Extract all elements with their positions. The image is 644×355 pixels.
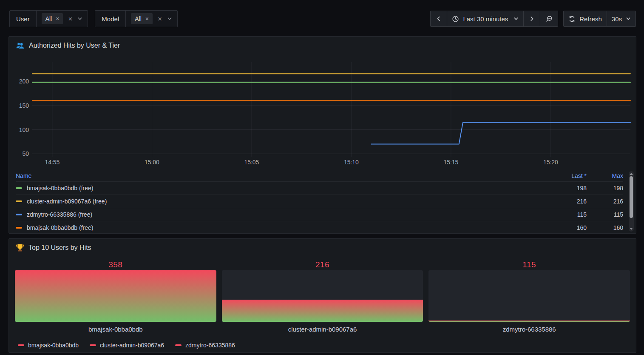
svg-text:150: 150 (19, 102, 29, 109)
chevron-down-icon[interactable] (167, 16, 172, 21)
grid (32, 62, 630, 157)
svg-text:15:15: 15:15 (443, 159, 458, 166)
svg-text:15:10: 15:10 (344, 159, 359, 166)
clear-filter-icon[interactable]: × (68, 15, 72, 23)
legend-scrollbar[interactable] (629, 171, 634, 232)
panel-authorized-hits: Authorized Hits by User & Tier 501001502… (9, 36, 636, 234)
series-color-dash (16, 227, 22, 229)
series-color-dash (90, 344, 96, 346)
svg-text:50: 50 (22, 150, 29, 157)
filter-model-value[interactable]: All × × (126, 11, 177, 27)
chevron-down-icon[interactable] (77, 16, 82, 21)
legend-max-value: 160 (587, 224, 623, 231)
bar-fill (222, 300, 423, 322)
bar-track (15, 270, 216, 322)
legend-series-toggle[interactable]: zdmytro-66335886 (free) (16, 211, 539, 218)
bar-column: 358bmajsak-0bba0bdb (15, 260, 216, 333)
bar-legend-item[interactable]: zdmytro-66335886 (175, 342, 235, 349)
scroll-down-icon[interactable] (630, 228, 633, 230)
filter-model-pill[interactable]: All × (131, 13, 153, 24)
time-range-button[interactable]: Last 30 minutes (447, 11, 524, 27)
bar-category-label: cluster-admin-b09067a6 (222, 326, 423, 333)
legend-max-value: 216 (587, 198, 623, 205)
legend-header-row: Name Last * Max (16, 170, 623, 181)
legend-col-last[interactable]: Last * (539, 172, 587, 179)
legend-last-value: 216 (539, 198, 587, 205)
bar-column: 216cluster-admin-b09067a6 (222, 260, 423, 333)
trophy-icon (16, 243, 24, 252)
legend-row: bmajsak-0bba0bdb (free)160160 (16, 221, 623, 234)
legend-last-value: 115 (539, 211, 587, 218)
legend-table: Name Last * Max bmajsak-0bba0bdb (free)1… (16, 170, 623, 234)
y-axis-labels: 50100150200 (19, 78, 29, 157)
chevron-down-icon (626, 16, 631, 21)
refresh-icon (568, 15, 576, 23)
time-controls: Last 30 minutes Refresh 30s (430, 11, 636, 27)
bar-gauge: 358bmajsak-0bba0bdb216cluster-admin-b090… (15, 260, 630, 333)
bar-track (428, 270, 630, 322)
bar-legend-label: bmajsak-0bba0bdb (28, 342, 79, 349)
legend-last-value: 160 (539, 224, 587, 231)
chevron-down-icon (513, 16, 519, 21)
filter-user-pill-text: All (45, 15, 52, 22)
filter-model-pill-text: All (135, 15, 142, 22)
time-shift-back-button[interactable] (430, 11, 447, 27)
legend-series-toggle[interactable]: bmajsak-0bba0bdb (free) (16, 224, 539, 231)
filter-model[interactable]: Model All × × (95, 10, 178, 27)
legend-series-toggle[interactable]: cluster-admin-b09067a6 (free) (16, 198, 539, 205)
panel1-title: Authorized Hits by User & Tier (29, 42, 120, 49)
svg-text:15:05: 15:05 (244, 159, 259, 166)
panel-top-users: Top 10 Users by Hits 358bmajsak-0bba0bdb… (9, 238, 636, 353)
legend-series-name: cluster-admin-b09067a6 (free) (27, 198, 107, 205)
variable-filters: User All × × Model All × × (9, 10, 178, 27)
series-color-dash (16, 200, 22, 202)
svg-text:200: 200 (19, 78, 29, 85)
panel1-header[interactable]: Authorized Hits by User & Tier (9, 37, 636, 50)
legend-series-name: bmajsak-0bba0bdb (free) (27, 224, 93, 231)
bar-track (222, 270, 423, 322)
panel2-header[interactable]: Top 10 Users by Hits (9, 239, 636, 252)
bar-category-label: bmajsak-0bba0bdb (15, 326, 216, 333)
filter-user-pill[interactable]: All × (42, 13, 63, 24)
clock-icon (452, 15, 459, 23)
legend-col-name[interactable]: Name (16, 172, 539, 179)
timeseries-chart[interactable]: 5010015020014:5515:0015:0515:1015:1515:2… (9, 57, 635, 167)
remove-value-icon[interactable]: × (56, 16, 59, 22)
filter-user-label: User (10, 11, 37, 27)
zoom-out-icon (545, 15, 553, 23)
time-range-label: Last 30 minutes (463, 15, 508, 23)
refresh-interval-button[interactable]: 30s (607, 11, 636, 27)
svg-text:15:00: 15:00 (145, 159, 159, 166)
legend-col-max[interactable]: Max (587, 172, 623, 179)
chevron-left-icon (436, 16, 442, 22)
refresh-group: Refresh 30s (563, 11, 636, 27)
refresh-label: Refresh (579, 15, 602, 23)
bar-value-label: 358 (15, 260, 216, 270)
bar-category-label: zdmytro-66335886 (428, 326, 630, 333)
legend-series-name: zdmytro-66335886 (free) (27, 211, 92, 218)
bar-legend-item[interactable]: bmajsak-0bba0bdb (18, 342, 79, 349)
bar-column: 115zdmytro-66335886 (428, 260, 630, 333)
remove-value-icon[interactable]: × (145, 16, 149, 22)
filter-user-value[interactable]: All × × (37, 11, 88, 27)
panel2-title: Top 10 Users by Hits (28, 244, 91, 252)
series-color-dash (18, 344, 24, 346)
legend-series-toggle[interactable]: bmajsak-0bba0bdb (free) (16, 185, 539, 192)
series-color-dash (16, 214, 22, 215)
series-color-dash (175, 344, 182, 346)
zoom-out-button[interactable] (540, 11, 558, 27)
filter-user[interactable]: User All × × (9, 10, 88, 27)
bar-legend-item[interactable]: cluster-admin-b09067a6 (90, 342, 164, 349)
clear-filter-icon[interactable]: × (158, 15, 162, 23)
legend-row: cluster-admin-b09067a6 (free)216216 (16, 195, 623, 208)
series-line (371, 123, 630, 144)
bar-legend-label: zdmytro-66335886 (185, 342, 235, 349)
time-shift-forward-button[interactable] (524, 11, 540, 27)
refresh-button[interactable]: Refresh (563, 11, 607, 27)
bar-legend: bmajsak-0bba0bdbcluster-admin-b09067a6zd… (18, 342, 235, 349)
svg-text:14:55: 14:55 (45, 159, 60, 166)
chevron-right-icon (529, 16, 535, 22)
bar-value-label: 216 (222, 260, 423, 270)
scroll-up-icon[interactable] (630, 173, 633, 175)
scrollbar-thumb[interactable] (630, 176, 633, 218)
